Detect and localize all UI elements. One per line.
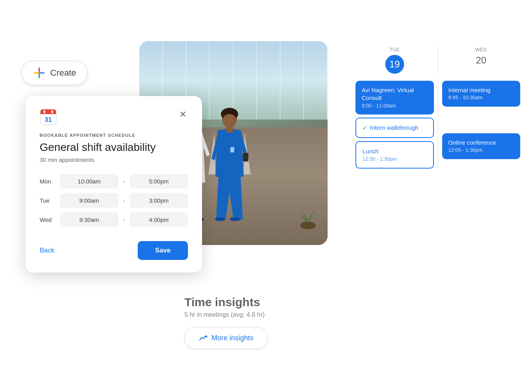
save-button[interactable]: Save <box>138 241 188 260</box>
event-title: Internal meeting <box>448 86 514 94</box>
dialog-title: General shift availability <box>40 141 188 154</box>
calendar-events: Avi Nagreen: Virtual Consult 9:00 - 11:0… <box>355 81 520 169</box>
plus-icon <box>33 67 46 79</box>
dialog-footer: Back Save <box>40 241 188 260</box>
end-time-tue: 3:00pm <box>130 193 188 208</box>
event-internal-meeting[interactable]: Internal meeting 9:45 - 10:30am <box>442 81 521 107</box>
event-time: 9:45 - 10:30am <box>448 94 514 101</box>
event-title: Lunch <box>363 147 427 155</box>
column-divider <box>438 47 438 75</box>
svg-rect-13 <box>226 127 233 132</box>
back-button[interactable]: Back <box>40 247 55 254</box>
event-time: 12:30 - 1:30pm <box>363 156 427 163</box>
more-insights-button[interactable]: More insights <box>184 327 268 349</box>
start-time-tue: 9:00am <box>60 193 118 208</box>
close-button[interactable]: ✕ <box>178 109 188 120</box>
tue-label: TUE <box>355 47 434 53</box>
svg-rect-20 <box>40 112 56 114</box>
event-title-row: ✓ Intern walkthrough <box>363 124 427 132</box>
tue-events-column: Avi Nagreen: Virtual Consult 9:00 - 11:0… <box>355 81 434 169</box>
wed-label: WED <box>442 47 521 53</box>
create-button[interactable]: Create <box>22 61 87 85</box>
wed-events-column: Internal meeting 9:45 - 10:30am Online c… <box>442 81 521 169</box>
end-time-wed: 4:00pm <box>130 212 188 227</box>
insights-card: Time insights 5 hr in meetings (avg: 4.8… <box>184 296 349 349</box>
svg-point-11 <box>223 114 236 123</box>
create-label: Create <box>50 68 76 78</box>
category-label: BOOKABLE APPOINTMENT SCHEDULE <box>40 133 188 138</box>
wed-date: 20 <box>442 55 521 66</box>
google-calendar-icon: 31 <box>40 109 57 126</box>
tue-date: 19 <box>385 55 404 74</box>
svg-point-15 <box>215 217 225 221</box>
event-intern-walkthrough[interactable]: ✓ Intern walkthrough <box>355 118 434 138</box>
schedule-row-wed: Wed 9:30am - 4:00pm <box>40 212 188 227</box>
insights-subtitle: 5 hr in meetings (avg: 4.8 hr) <box>184 311 349 318</box>
check-icon: ✓ <box>363 124 368 132</box>
insights-title: Time insights <box>184 296 349 309</box>
end-time-mon: 5:00pm <box>130 174 188 189</box>
schedule-row-mon: Mon 10:00am - 5:00pm <box>40 174 188 189</box>
dash-mon: - <box>123 178 125 185</box>
start-time-wed: 9:30am <box>60 212 118 227</box>
calendar-header: TUE 19 WED 20 <box>355 47 520 75</box>
day-wed: Wed <box>40 216 55 223</box>
event-avi-nagreen[interactable]: Avi Nagreen: Virtual Consult 9:00 - 11:0… <box>355 81 434 114</box>
day-tue: Tue <box>40 197 55 204</box>
event-time: 9:00 - 11:00am <box>362 102 428 109</box>
svg-rect-22 <box>44 110 45 113</box>
event-title: Avi Nagreen: Virtual Consult <box>362 86 428 102</box>
event-title: Online conference <box>448 139 514 147</box>
events-column-divider <box>438 81 438 169</box>
calendar-panel: TUE 19 WED 20 Avi Nagreen: Virtual Consu… <box>355 47 520 169</box>
svg-rect-23 <box>51 110 53 113</box>
person2-silhouette <box>206 108 253 221</box>
svg-rect-12 <box>243 153 248 162</box>
event-time: 12:00 - 1:30pm <box>448 147 514 154</box>
start-time-mon: 10:00am <box>60 174 118 189</box>
plant-decoration <box>292 194 324 233</box>
more-insights-label: More insights <box>211 334 253 342</box>
tue-column-header: TUE 19 <box>355 47 434 75</box>
event-title: Intern walkthrough <box>370 124 418 132</box>
event-lunch[interactable]: Lunch 12:30 - 1:30pm <box>355 141 434 169</box>
dialog-subtitle: 30 min appointments <box>40 156 188 163</box>
event-online-conference[interactable]: Online conference 12:00 - 1:30pm <box>442 133 521 159</box>
schedule-row-tue: Tue 9:00am - 3:00pm <box>40 193 188 208</box>
appointment-dialog: 31 ✕ BOOKABLE APPOINTMENT SCHEDULE Gener… <box>26 96 202 272</box>
insights-chart-icon <box>199 334 208 342</box>
svg-text:31: 31 <box>45 116 52 123</box>
svg-rect-14 <box>230 147 234 152</box>
day-mon: Mon <box>40 178 55 185</box>
dialog-header: 31 ✕ <box>40 109 188 126</box>
schedule-rows: Mon 10:00am - 5:00pm Tue 9:00am - 3:00pm… <box>40 174 188 227</box>
dash-tue: - <box>123 197 125 204</box>
wed-column-header: WED 20 <box>442 47 521 75</box>
svg-point-16 <box>230 217 240 221</box>
dash-wed: - <box>123 216 125 223</box>
